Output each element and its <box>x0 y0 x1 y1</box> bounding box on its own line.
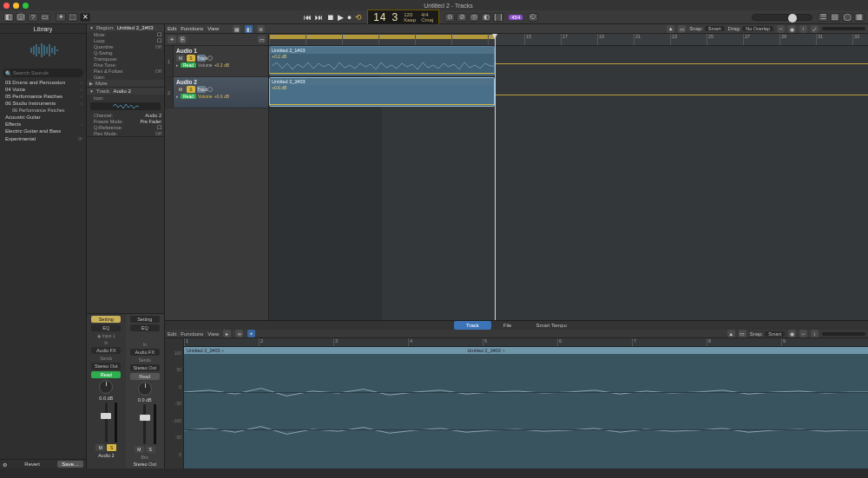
zoom-button[interactable]: ◉ <box>788 330 796 337</box>
solo-button[interactable]: S <box>187 86 195 93</box>
region-transpose-row[interactable]: Transpose: <box>87 56 164 62</box>
metronome-button[interactable]: ⏲ <box>528 13 538 22</box>
snap-select[interactable]: Smart <box>765 331 785 337</box>
track-button[interactable]: Track <box>197 55 206 62</box>
loops-button[interactable]: ◯ <box>842 13 852 22</box>
library-item[interactable]: Effects› <box>0 121 86 128</box>
automation-line[interactable] <box>270 73 494 74</box>
playhead[interactable] <box>495 34 496 320</box>
bounce-button[interactable]: Bnc <box>141 455 148 460</box>
automation-param[interactable]: Volume <box>198 94 213 99</box>
forward-button[interactable]: ⏭ <box>315 13 323 22</box>
region-flex-row[interactable]: Flex & Follow:Off <box>87 68 164 74</box>
master-volume-slider[interactable] <box>752 14 812 21</box>
bar-ruler[interactable]: 13579111315171921232527293133 <box>269 34 868 46</box>
mixer-button[interactable]: ⬚ <box>68 13 78 22</box>
zoom-h-button[interactable]: ↔ <box>799 330 807 337</box>
play-button[interactable]: ▶ <box>338 13 344 22</box>
pan-knob[interactable] <box>99 380 113 394</box>
track-name[interactable]: Audio 2 <box>176 79 266 85</box>
flex-button[interactable]: ✦ <box>247 330 255 337</box>
quick-help-button[interactable]: ? <box>28 13 38 22</box>
track-button[interactable]: Track <box>197 86 206 93</box>
flex-button[interactable]: ≋ <box>257 25 265 33</box>
smart-controls-button[interactable]: ✦ <box>56 13 66 22</box>
input-slot[interactable]: Input 1 <box>102 333 115 338</box>
functions-menu[interactable]: Functions <box>181 331 203 337</box>
disclosure-arrow-icon[interactable]: ▸ <box>176 62 179 68</box>
revert-button[interactable]: Revert <box>24 462 40 467</box>
snap-select[interactable]: Smart <box>705 26 725 31</box>
library-item[interactable]: 04 Voice› <box>0 86 86 93</box>
track-qref-row[interactable]: Q-Reference:☐ <box>87 124 164 130</box>
editor-tab-file[interactable]: File <box>491 321 524 330</box>
library-search-input[interactable]: 🔍 Search Sounds <box>3 69 83 77</box>
h-zoom-slider[interactable] <box>822 332 865 336</box>
pointer-tool[interactable]: ▲ <box>727 330 735 337</box>
output-slot[interactable]: Stereo Out <box>130 364 160 371</box>
duplicate-track-button[interactable]: ⎘ <box>178 36 187 43</box>
audiofx-slot[interactable]: Audio FX <box>130 349 160 356</box>
disclosure-arrow-icon[interactable]: ▸ <box>176 94 179 99</box>
zoom-v-button[interactable]: ↕ <box>811 330 819 337</box>
arrange-timeline[interactable]: 13579111315171921232527293133 Untitled 2… <box>269 34 868 320</box>
automation-button[interactable]: ◧ <box>245 25 253 33</box>
library-item[interactable]: 03 Drums and Percussion› <box>0 79 86 86</box>
region-qswing-row[interactable]: Q-Swing: <box>87 49 164 56</box>
track-inspector-header[interactable]: ▼Track:Audio 2 <box>87 88 164 95</box>
library-item[interactable]: Experimental⟳ <box>0 134 86 142</box>
solo-button[interactable]: S <box>146 446 155 453</box>
view-menu[interactable]: View <box>207 331 219 337</box>
notes-button[interactable]: ▤ <box>830 13 840 22</box>
track-channel-row[interactable]: Channel:Audio 2 <box>87 112 164 118</box>
toolbar-toggle-button[interactable]: ▭ <box>40 13 50 22</box>
maximize-icon[interactable] <box>23 3 29 9</box>
track-flexmode-row[interactable]: Flex Mode:Off <box>87 130 164 136</box>
input-monitor-button[interactable] <box>207 87 213 92</box>
link-button[interactable]: ∞ <box>235 330 243 337</box>
editor-waveform[interactable] <box>184 354 868 468</box>
stop-button[interactable]: ⏹ <box>326 13 334 22</box>
mute-button[interactable]: M <box>176 86 185 93</box>
catch-button[interactable]: ▸ <box>223 330 231 337</box>
list-editors-button[interactable]: ☰ <box>818 13 828 22</box>
input-monitor-button[interactable] <box>207 56 213 61</box>
cycle-button[interactable]: ⟲ <box>355 13 362 22</box>
rewind-button[interactable]: ⏮ <box>304 13 312 22</box>
save-button[interactable]: Save… <box>57 461 83 468</box>
drag-select[interactable]: No Overlap <box>742 26 773 31</box>
mute-button[interactable]: M <box>135 446 144 453</box>
view-catch-button[interactable]: ▦ <box>233 25 240 33</box>
waveform-zoom-button[interactable]: ◉ <box>788 25 796 33</box>
count-in-button[interactable]: ❘❘ <box>493 13 503 22</box>
track-icon-row[interactable]: Icon: <box>87 95 164 101</box>
region-inspector-header[interactable]: ▼Region:Untitled 2_2#03 <box>87 24 164 31</box>
view-menu[interactable]: View <box>207 26 219 31</box>
pointer-tool[interactable]: ▲ <box>667 25 674 33</box>
automation-line[interactable] <box>270 104 494 105</box>
region-mute-row[interactable]: Mute:☐ <box>87 31 164 37</box>
region-quantize-row[interactable]: Quantize:Off <box>87 43 164 49</box>
close-icon[interactable] <box>3 3 10 9</box>
solo-button[interactable]: ◐ <box>481 13 491 22</box>
automation-line-extended[interactable] <box>495 63 868 64</box>
library-item[interactable]: 06 Studio Instruments› <box>0 100 86 107</box>
region-gain-row[interactable]: Gain: <box>87 74 164 80</box>
replace-button[interactable]: ⊖ <box>444 13 455 22</box>
volume-fader[interactable] <box>93 403 119 442</box>
automation-read-button[interactable]: Read <box>130 373 160 380</box>
library-item[interactable]: Electric Guitar and Bass <box>0 128 86 134</box>
automation-read-button[interactable]: Read <box>91 371 121 378</box>
pan-knob[interactable] <box>138 382 152 396</box>
editor-canvas[interactable]: 123456789 Untitled 2_2#03 ○ Untitled 2_2… <box>184 338 868 468</box>
region-finetune-row[interactable]: Fine Tune: <box>87 62 164 68</box>
functions-menu[interactable]: Functions <box>181 26 203 31</box>
eq-slot[interactable]: EQ <box>91 324 121 331</box>
setting-slot[interactable]: Setting <box>91 316 121 323</box>
library-item[interactable]: Acoustic Guitar <box>0 114 86 121</box>
browser-button[interactable]: ▦ <box>854 13 865 22</box>
audio-region[interactable]: Untitled 2_1#03 +0.2 dB <box>269 46 495 75</box>
eq-slot[interactable]: EQ <box>130 324 160 331</box>
zoom-v-button[interactable]: ↕ <box>799 25 807 33</box>
mute-button[interactable]: M <box>176 55 185 62</box>
